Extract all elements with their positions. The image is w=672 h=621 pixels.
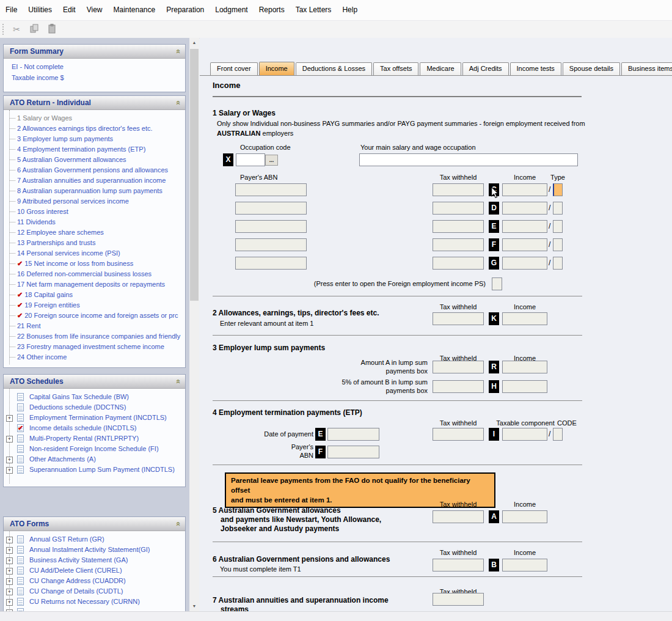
tax-withheld-input[interactable] <box>433 510 484 523</box>
payer-abn-input[interactable] <box>235 238 307 251</box>
tree-item[interactable]: 17 Net farm management deposits or repay… <box>4 279 185 290</box>
schedule-item[interactable]: + Other Attachments (A) <box>4 454 185 465</box>
tax-withheld-input[interactable] <box>433 559 484 571</box>
menu-item[interactable]: Edit <box>57 0 81 20</box>
collapse-icon[interactable]: « <box>175 521 181 526</box>
payer-abn-input[interactable] <box>235 183 307 196</box>
ato-return-header[interactable]: ATO Return - Individual « <box>4 96 185 110</box>
payer-abn-input[interactable] <box>235 257 307 270</box>
tree-item[interactable]: 1 Salary or Wages <box>4 113 185 123</box>
expand-plus-icon[interactable]: + <box>6 557 13 564</box>
income-input[interactable] <box>502 202 547 215</box>
income-input[interactable] <box>502 361 547 373</box>
income-input[interactable] <box>502 559 547 571</box>
summary-link[interactable]: EI - Not complete <box>4 61 185 72</box>
expand-plus-icon[interactable]: + <box>6 467 13 474</box>
toolbar-grip[interactable] <box>2 24 5 35</box>
menu-item[interactable]: File <box>0 0 23 20</box>
tax-withheld-input[interactable] <box>433 593 484 606</box>
tree-item[interactable]: 8 Australian superannuation lump sum pay… <box>4 186 185 196</box>
tab[interactable]: Income tests <box>510 62 561 75</box>
tree-item[interactable]: 24 Other income <box>4 352 185 362</box>
tax-withheld-input[interactable] <box>433 183 484 196</box>
menu-item[interactable]: Lodgment <box>210 0 253 20</box>
summary-link[interactable]: Taxable income $ <box>4 72 185 83</box>
collapse-icon[interactable]: « <box>175 100 181 105</box>
form-summary-header[interactable]: Form Summary « <box>4 45 185 59</box>
scroll-up-button[interactable]: ▲ <box>189 38 199 48</box>
foreign-employment-box[interactable] <box>492 277 502 290</box>
income-input[interactable] <box>502 510 547 523</box>
type-input[interactable] <box>553 202 563 215</box>
form-item[interactable]: + Business Activity Statement (GA) <box>4 555 185 565</box>
menu-item[interactable]: Reports <box>254 0 290 20</box>
expand-plus-icon[interactable]: + <box>6 578 13 585</box>
ato-schedules-header[interactable]: ATO Schedules « <box>4 375 185 389</box>
tab[interactable]: Front cover <box>210 62 258 75</box>
tax-withheld-input[interactable] <box>433 428 484 441</box>
expand-plus-icon[interactable]: + <box>6 436 13 443</box>
collapse-icon[interactable]: « <box>175 379 181 383</box>
tab[interactable]: Adj Credits <box>462 62 509 75</box>
menu-item[interactable]: Utilities <box>23 0 57 20</box>
income-input[interactable] <box>502 238 547 251</box>
expand-plus-icon[interactable]: + <box>6 537 13 543</box>
form-item[interactable]: + CU Change of Details (CUDTL) <box>4 586 185 597</box>
tax-withheld-input[interactable] <box>433 220 484 233</box>
schedule-item[interactable]: Capital Gains Tax Schedule (BW) <box>4 392 185 402</box>
tax-withheld-input[interactable] <box>433 202 484 215</box>
tree-item[interactable]: ✔15 Net income or loss from business <box>4 259 185 269</box>
menu-item[interactable]: Preparation <box>161 0 210 20</box>
income-input[interactable] <box>502 380 547 393</box>
schedule-item[interactable]: Non-resident Foreign Income Schedule (FI… <box>4 444 185 454</box>
code-input[interactable] <box>553 428 563 441</box>
income-input[interactable] <box>502 183 547 196</box>
schedule-item[interactable]: Deductions schedule (DDCTNS) <box>4 402 185 413</box>
scroll-down-button[interactable]: ▼ <box>189 601 199 611</box>
ato-forms-header[interactable]: ATO Forms « <box>4 517 185 531</box>
expand-plus-icon[interactable]: + <box>6 457 13 463</box>
tree-item[interactable]: 11 Dividends <box>4 217 185 227</box>
expand-plus-icon[interactable]: + <box>6 589 13 595</box>
cut-icon[interactable]: ✂ <box>10 24 23 35</box>
payer-abn-input[interactable] <box>235 220 307 233</box>
tab[interactable]: Medicare <box>420 62 461 75</box>
type-input[interactable] <box>553 257 563 270</box>
tree-item[interactable]: ✔19 Foreign entities <box>4 300 185 310</box>
scroll-thumb[interactable] <box>190 49 199 301</box>
income-input[interactable] <box>502 312 547 325</box>
expand-plus-icon[interactable]: + <box>6 547 13 554</box>
tax-withheld-input[interactable] <box>433 312 484 325</box>
main-occupation-input[interactable] <box>359 153 578 166</box>
form-item[interactable]: + Annual Instalment Activity Statement(G… <box>4 545 185 555</box>
tree-item[interactable]: ✔18 Capital gains <box>4 290 185 300</box>
tab[interactable]: Income <box>259 62 294 75</box>
expand-plus-icon[interactable]: + <box>6 415 13 422</box>
tree-item[interactable]: 2 Allowances earnings tips director's fe… <box>4 123 185 134</box>
date-of-payment-input[interactable] <box>327 428 379 441</box>
copy-icon[interactable] <box>28 24 40 35</box>
tree-item[interactable]: 10 Gross interest <box>4 207 185 217</box>
payer-abn-input[interactable] <box>327 446 379 458</box>
tab[interactable]: Business items <box>621 62 672 75</box>
tree-item[interactable]: 9 Attributed personal services income <box>4 196 185 207</box>
schedule-item[interactable]: + Superannuation Lump Sum Payment (INCDT… <box>4 465 185 475</box>
tree-item[interactable]: 12 Employee share schemes <box>4 227 185 238</box>
tree-item[interactable]: 5 Australian Government allowances <box>4 155 185 165</box>
tax-withheld-input[interactable] <box>433 257 484 270</box>
form-item[interactable]: + CU Returns not Necessary (CURNN) <box>4 597 185 607</box>
tree-item[interactable]: 16 Deferred non-commercial business loss… <box>4 269 185 279</box>
income-input[interactable] <box>502 257 547 270</box>
collapse-icon[interactable]: « <box>175 49 181 53</box>
payer-abn-input[interactable] <box>235 202 307 215</box>
schedule-item[interactable]: + Multi-Property Rental (RNTLPRPTY) <box>4 433 185 444</box>
tax-withheld-input[interactable] <box>433 238 484 251</box>
occupation-code-input[interactable] <box>236 153 265 166</box>
tree-item[interactable]: 13 Partnerships and trusts <box>4 238 185 248</box>
type-input[interactable] <box>553 183 563 196</box>
schedule-item[interactable]: ✔ Income details schedule (INCDTLS) <box>4 423 185 433</box>
schedule-item[interactable]: + Employment Termination Payment (INCDTL… <box>4 413 185 423</box>
form-item[interactable]: + Annual GST Return (GR) <box>4 534 185 545</box>
tax-withheld-input[interactable] <box>433 380 484 393</box>
form-item[interactable]: + CU Change Address (CUADDR) <box>4 576 185 586</box>
